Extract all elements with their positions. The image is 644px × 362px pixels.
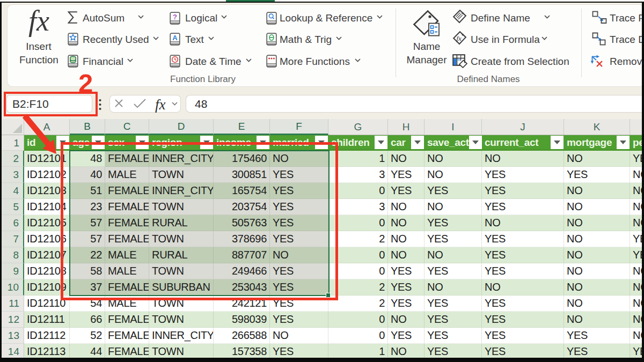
svg-text:?: ?: [173, 13, 177, 21]
svg-text:A: A: [172, 34, 178, 42]
svg-text:fx: fx: [457, 34, 462, 42]
